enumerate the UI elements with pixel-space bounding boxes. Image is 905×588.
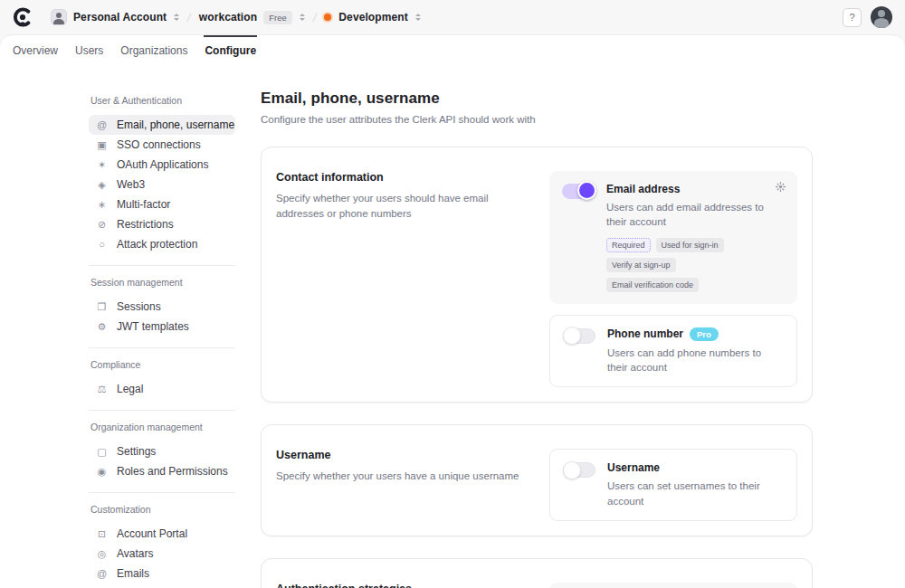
breadcrumb-divider: / [311, 11, 318, 24]
sidebar-item-oauth-applications[interactable]: ✶ OAuth Applications [89, 155, 235, 175]
main-content: Email, phone, username Configure the use… [261, 66, 813, 588]
sidebar-section-customization: Customization [90, 504, 235, 515]
badge-verify-at-sign-up: Verify at sign-up [606, 258, 676, 272]
emails-at-icon: @ [96, 568, 108, 579]
web3-diamond-icon: ◈ [96, 179, 108, 191]
gear-icon[interactable] [775, 181, 786, 193]
breadcrumb-personal-account[interactable]: Personal Account [51, 9, 179, 25]
username-card: Username Specify whether your users have… [261, 424, 813, 536]
settings-book-icon: ▢ [96, 446, 108, 458]
tab-bar: Overview Users Organizations Configure [0, 35, 905, 66]
tab-configure[interactable]: Configure [204, 35, 257, 66]
panel-description: Users can add phone numbers to their acc… [607, 346, 769, 375]
sidebar-section-compliance: Compliance [90, 359, 235, 370]
page-subtitle: Configure the user attributes the Clerk … [261, 114, 813, 125]
roles-circle-icon: ◉ [96, 466, 108, 478]
oauth-star-icon: ✶ [96, 159, 108, 171]
panel-title: Username [607, 461, 660, 474]
sidebar-item-jwt-templates[interactable]: ⚙ JWT templates [89, 317, 235, 337]
legal-scale-icon: ⚖ [96, 384, 108, 395]
sidebar-item-multi-factor[interactable]: ∗ Multi-factor [89, 194, 235, 214]
jwt-gear-icon: ⚙ [96, 321, 108, 333]
card-description: Specify whether your users should have e… [276, 191, 531, 221]
shield-ring-icon: ○ [96, 239, 108, 250]
user-avatar[interactable] [871, 6, 892, 28]
sessions-cards-icon: ❐ [96, 301, 108, 313]
avatars-circle-icon: ◎ [96, 548, 108, 560]
phone-number-panel: Phone number Pro Users can add phone num… [549, 315, 797, 388]
sidebar-section-organization-management: Organization management [90, 422, 235, 432]
card-heading: Authentication strategies [276, 583, 531, 588]
account-name: Personal Account [73, 11, 167, 24]
restrictions-lock-icon: ⊘ [96, 219, 108, 231]
sidebar-item-sso-connections[interactable]: ▣ SSO connections [89, 135, 235, 155]
email-address-panel: Email address Users can add email addres… [549, 171, 797, 304]
badge-used-for-sign-in: Used for sign-in [656, 238, 724, 252]
app-sheet: Overview Users Organizations Configure U… [0, 34, 905, 588]
at-sign-icon: @ [96, 119, 108, 130]
username-toggle[interactable] [563, 462, 595, 478]
multi-factor-icon: ∗ [96, 199, 108, 211]
username-panel: Username Users can set usernames to thei… [549, 449, 797, 521]
plan-badge: Free [263, 11, 292, 24]
environment-name: Development [338, 11, 407, 24]
sidebar-section-user-authentication: User & Authentication [90, 95, 235, 106]
portal-square-icon: ⊡ [96, 528, 108, 540]
sidebar-item-sessions[interactable]: ❐ Sessions [89, 297, 235, 317]
authentication-strategies-card: Authentication strategies Select the aut… [261, 558, 813, 588]
breadcrumb-project[interactable]: workcation Free [199, 11, 305, 24]
environment-dot-icon [324, 14, 331, 21]
help-button[interactable]: ? [843, 8, 862, 27]
project-name: workcation [199, 11, 257, 24]
tab-users[interactable]: Users [74, 35, 104, 66]
panel-description: Users can set usernames to their account [607, 479, 769, 508]
contact-information-card: Contact information Specify whether your… [261, 147, 813, 403]
sidebar-item-web3[interactable]: ◈ Web3 [89, 175, 235, 194]
sidebar-item-roles-and-permissions[interactable]: ◉ Roles and Permissions [89, 461, 235, 481]
panel-title: Email address [606, 183, 680, 195]
sidebar-item-account-portal[interactable]: ⊡ Account Portal [89, 524, 235, 544]
chevron-updown-icon [300, 14, 305, 21]
sidebar-item-legal[interactable]: ⚖ Legal [89, 379, 235, 399]
sidebar-item-emails[interactable]: @ Emails [89, 564, 235, 583]
clerk-logo-icon[interactable] [13, 7, 33, 27]
sso-card-icon: ▣ [96, 139, 108, 151]
badge-email-verification-code: Email verification code [606, 278, 699, 292]
account-avatar [51, 9, 67, 25]
badge-required: Required [606, 238, 651, 252]
breadcrumb: Personal Account / workcation Free / Dev… [51, 9, 421, 25]
phone-number-toggle[interactable] [563, 328, 595, 344]
sidebar-item-attack-protection[interactable]: ○ Attack protection [89, 234, 235, 254]
pro-badge: Pro [690, 327, 719, 341]
tab-overview[interactable]: Overview [12, 35, 59, 66]
card-heading: Contact information [276, 171, 531, 184]
sidebar-divider [89, 410, 235, 411]
sidebar-divider [89, 347, 235, 348]
tab-organizations[interactable]: Organizations [119, 35, 188, 66]
sidebar-divider [89, 492, 235, 493]
breadcrumb-divider: / [186, 11, 193, 24]
password-panel: Password Users can sign in with a passwo… [549, 583, 797, 588]
breadcrumb-environment[interactable]: Development [324, 11, 420, 24]
email-address-toggle[interactable] [562, 184, 595, 199]
panel-title: Phone number [607, 327, 683, 340]
page-title: Email, phone, username [261, 90, 813, 108]
sidebar: User & Authentication @ Email, phone, us… [89, 66, 235, 588]
card-heading: Username [276, 449, 531, 461]
panel-description: Users can add email addresses to their a… [606, 200, 770, 230]
sidebar-section-session-management: Session management [90, 277, 235, 288]
topbar: Personal Account / workcation Free / Dev… [0, 0, 905, 34]
chevron-updown-icon [415, 14, 421, 21]
chevron-updown-icon [174, 14, 179, 21]
sidebar-item-restrictions[interactable]: ⊘ Restrictions [89, 214, 235, 234]
card-description: Specify whether your users have a unique… [276, 469, 531, 484]
sidebar-item-settings[interactable]: ▢ Settings [89, 441, 235, 461]
sidebar-item-avatars[interactable]: ◎ Avatars [89, 544, 235, 564]
sidebar-item-email-phone-username[interactable]: @ Email, phone, username [89, 115, 235, 135]
sidebar-divider [89, 265, 235, 266]
